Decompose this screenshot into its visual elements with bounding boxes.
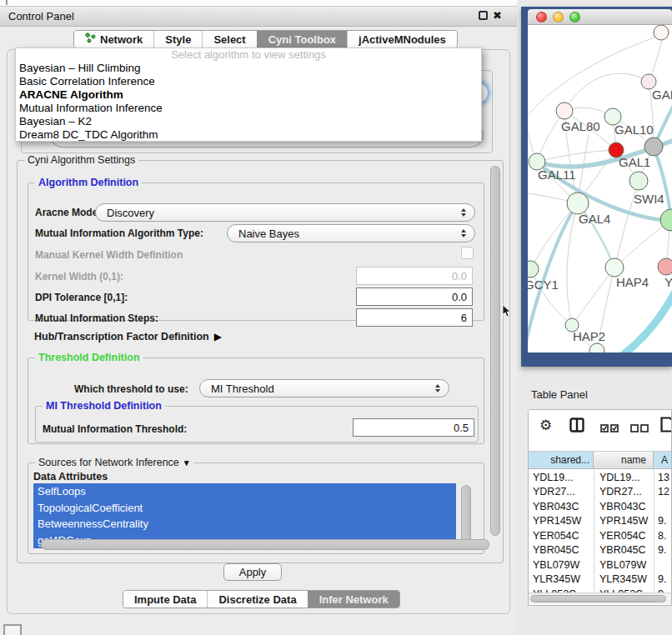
sources-title[interactable]: Sources for Network Inference▼: [35, 457, 194, 468]
column-header-shared[interactable]: shared...: [529, 452, 594, 468]
network-window-titlebar[interactable]: [528, 9, 672, 25]
close-icon[interactable]: ✖: [493, 9, 502, 22]
dropdown-item-mutual-information[interactable]: Mutual Information Inference: [16, 102, 481, 115]
network-edge[interactable]: [624, 290, 672, 352]
table-row[interactable]: YPR145WYPR145W9.: [529, 514, 672, 529]
kernel-width-input[interactable]: 0.0: [356, 267, 473, 285]
split-columns-icon[interactable]: [569, 418, 584, 436]
mi-steps-input[interactable]: 6: [356, 308, 473, 327]
table-row[interactable]: YER054CYER054C8.: [529, 528, 672, 543]
table-row[interactable]: YBR043CYBR043C: [529, 499, 672, 514]
table-row[interactable]: YBR045CYBR045C9.: [529, 543, 672, 558]
table-cell: YPR145W: [529, 515, 594, 527]
mi-threshold-input[interactable]: 0.5: [353, 418, 474, 437]
table-row[interactable]: YLL052CYLL052C9.: [529, 587, 672, 592]
network-node[interactable]: [660, 209, 672, 231]
list-item-topologicalcoefficient[interactable]: TopologicalCoefficient: [33, 500, 456, 517]
network-edge[interactable]: [564, 73, 649, 111]
table-cell: 9.: [654, 573, 672, 585]
table-row[interactable]: YDR27...YDR27...12: [529, 485, 672, 500]
dropdown-item-aracne[interactable]: ARACNE Algorithm: [16, 88, 481, 102]
top-strip: [0, 0, 517, 6]
network-edge[interactable]: [528, 33, 667, 115]
table-panel: ⚙ shared... name A YDL19...YDL19...13YDR…: [528, 409, 672, 606]
network-edge[interactable]: [654, 147, 671, 220]
network-node[interactable]: [556, 102, 573, 119]
table-cell: YDL19...: [594, 472, 654, 483]
network-node[interactable]: [629, 172, 648, 190]
data-attributes-label: Data Attributes: [33, 471, 108, 482]
document-icon[interactable]: [660, 417, 672, 436]
threshold-definition-group: Threshold Definition Which threshold to …: [28, 358, 484, 444]
which-threshold-combo[interactable]: MI Threshold: [199, 379, 449, 398]
dropdown-item-bayesian-k2[interactable]: Bayesian – K2: [16, 115, 481, 128]
mi-algorithm-type-combo[interactable]: Naive Bayes: [227, 224, 475, 242]
tab-network[interactable]: Network: [74, 31, 153, 48]
dpi-tolerance-input[interactable]: 0.0: [356, 288, 473, 306]
mi-threshold-group: MI Threshold Definition Mutual Informati…: [35, 406, 479, 442]
dropdown-item-bayesian-hill-climbing[interactable]: Bayesian – Hill Climbing: [16, 62, 481, 75]
dpi-tolerance-label: DPI Tolerance [0,1]:: [35, 292, 128, 303]
tab-select[interactable]: Select: [202, 31, 256, 48]
mi-algorithm-type-label: Mutual Information Algorithm Type:: [35, 228, 203, 239]
column-header-partial[interactable]: A: [654, 452, 672, 468]
table-row[interactable]: YDL19...YDL19...13: [529, 470, 672, 485]
table-horizontal-scrollbar[interactable]: [529, 592, 672, 604]
float-window-icon[interactable]: [479, 11, 488, 20]
dropdown-item-dream8[interactable]: Dream8 DC_TDC Algorithm: [16, 128, 481, 142]
network-node[interactable]: [654, 25, 669, 40]
mi-threshold-title: MI Threshold Definition: [43, 400, 165, 412]
tab-impute-data[interactable]: Impute Data: [123, 591, 207, 608]
apply-button[interactable]: Apply: [223, 563, 282, 581]
network-node[interactable]: [658, 258, 672, 275]
column-divider: [654, 470, 654, 592]
table-panel-title: Table Panel: [531, 388, 588, 401]
table-cell: YBL079W: [529, 559, 594, 571]
network-node[interactable]: [589, 343, 604, 352]
attributes-list-scrollbar[interactable]: [461, 485, 471, 547]
tab-network-label: Network: [100, 33, 143, 46]
tab-jactivemnodules[interactable]: jActiveMNodules: [347, 31, 457, 48]
settings-horizontal-scrollbar[interactable]: [41, 539, 489, 550]
tab-style[interactable]: Style: [153, 31, 202, 48]
network-icon: [85, 32, 96, 46]
dropdown-item-basic-correlation[interactable]: Basic Correlation Inference: [16, 75, 481, 88]
network-edge[interactable]: [537, 150, 616, 162]
table-cell: YBR045C: [594, 544, 654, 556]
network-node-label: SWI4: [634, 192, 664, 206]
network-node-label: GAL10: [614, 122, 654, 137]
tab-infer-network[interactable]: Infer Network: [308, 591, 399, 608]
screen: Control Panel ✖ Network Style Select Cyn…: [0, 0, 672, 635]
table-row[interactable]: YLR345WYLR345W9.: [529, 572, 672, 588]
network-canvas[interactable]: GALGAL80GAL10GAL1GAL11SWI4GAL4HAP4YGCY1H…: [528, 25, 672, 352]
top-tick: [6, 0, 8, 5]
zoom-traffic-light-icon[interactable]: [569, 12, 580, 22]
network-node-label: GAL1: [619, 155, 650, 169]
hub-definition-toggle[interactable]: Hub/Transcription Factor Definition▶: [34, 331, 222, 342]
table-cell: 9.: [654, 544, 672, 556]
list-item-betweennesscentrality[interactable]: BetweennessCentrality: [33, 516, 456, 532]
list-item-selfloops[interactable]: SelfLoops: [33, 483, 456, 500]
spinner-arrows-icon: [434, 384, 441, 392]
network-node[interactable]: [605, 258, 624, 277]
select-all-checkboxes-icon[interactable]: [600, 421, 619, 436]
deselect-all-checkboxes-icon[interactable]: [630, 421, 649, 436]
close-traffic-light-icon[interactable]: [536, 12, 547, 22]
settings-vertical-scrollbar[interactable]: [490, 166, 500, 536]
mouse-cursor: [503, 305, 512, 321]
table-cell: YLR345W: [529, 573, 594, 585]
minimize-traffic-light-icon[interactable]: [553, 12, 564, 22]
manual-kernel-width-checkbox[interactable]: [461, 247, 474, 259]
network-node[interactable]: [528, 261, 539, 278]
tab-cyni-toolbox[interactable]: Cyni Toolbox: [257, 31, 347, 48]
algorithm-dropdown-list: Select algorithm to view settings Bayesi…: [15, 48, 482, 142]
panel-grip-icon[interactable]: [3, 624, 22, 635]
gear-icon[interactable]: ⚙: [539, 417, 552, 434]
column-header-name[interactable]: name: [594, 452, 654, 468]
table-row[interactable]: YBL079WYBL079W: [529, 558, 672, 572]
aracne-mode-combo[interactable]: Discovery: [95, 203, 475, 222]
tab-discretize-data[interactable]: Discretize Data: [207, 591, 307, 608]
table-cell: 13: [654, 472, 672, 483]
network-node[interactable]: [644, 138, 663, 156]
network-node-label: HAP2: [573, 329, 605, 343]
